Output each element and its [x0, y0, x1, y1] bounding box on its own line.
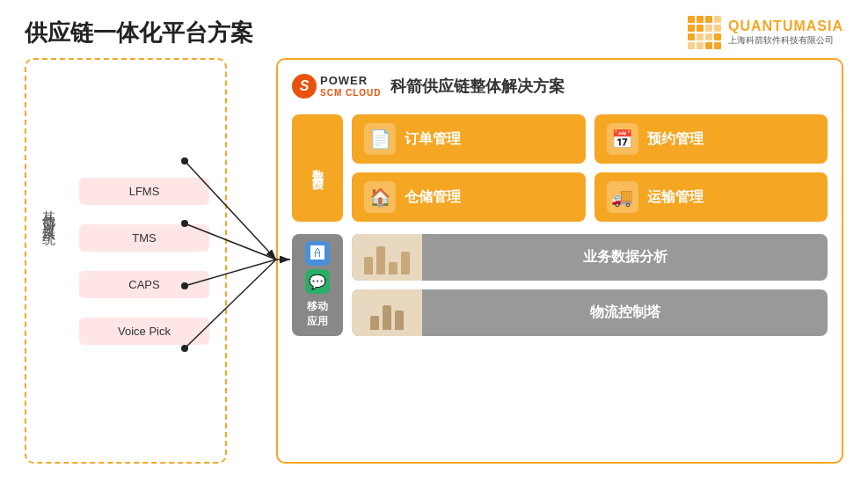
orange-cards-grid: 📄 订单管理 📅 预约管理 🏠 仓储管理 🚚 运输管理: [352, 114, 828, 222]
card-warehouse-management: 🏠 仓储管理: [352, 172, 586, 222]
reservation-icon: 📅: [607, 123, 638, 155]
page-title: 供应链一体化平台方案: [25, 18, 253, 48]
data-interface-label: 数据接口: [292, 114, 343, 222]
card-logistics-tower: 物流控制塔: [352, 289, 828, 336]
card-transport-management: 🚚 运输管理: [594, 172, 828, 222]
left-item-voicepick: Voice Pick: [79, 318, 209, 345]
logo-grid-icon: [688, 16, 721, 49]
mobile-icons: 🅰 💬: [305, 241, 330, 294]
left-label: 其他需对接系统: [40, 200, 57, 323]
bar-chart-preview: [364, 239, 410, 274]
right-solution-box: S POWER SCM CLOUD 科箭供应链整体解决方案 数据接口 📄 订单管…: [276, 58, 843, 464]
transport-label: 运输管理: [647, 188, 704, 207]
left-item-caps: CAPS: [79, 271, 209, 298]
logo-area: QUANTUMASIA 上海科箭软件科技有限公司: [688, 16, 843, 49]
gray-section: 🅰 💬 移动应用 业务数据分析: [292, 234, 828, 336]
card-business-analytics: 业务数据分析: [352, 234, 828, 281]
app-store-icon: 🅰: [305, 241, 330, 266]
reservation-label: 预约管理: [647, 130, 704, 149]
right-title: 科箭供应链整体解决方案: [390, 76, 565, 97]
card-reservation-management: 📅 预约管理: [594, 114, 828, 164]
orange-section: 数据接口 📄 订单管理 📅 预约管理 🏠 仓储管理 🚚 运输管理: [292, 114, 828, 222]
analytics-label: 业务数据分析: [422, 248, 828, 267]
logistics-label: 物流控制塔: [422, 304, 828, 322]
wechat-icon: 💬: [305, 269, 330, 294]
card-order-management: 📄 订单管理: [352, 114, 586, 164]
logo-text: QUANTUMASIA 上海科箭软件科技有限公司: [728, 18, 843, 47]
right-header: S POWER SCM CLOUD 科箭供应链整体解决方案: [292, 74, 828, 99]
order-icon: 📄: [364, 123, 396, 155]
left-systems-box: 其他需对接系统 LFMS TMS CAPS Voice Pick: [25, 58, 227, 464]
order-label: 订单管理: [405, 130, 461, 149]
mobile-app-box: 🅰 💬 移动应用: [292, 234, 343, 336]
gray-cards-grid: 业务数据分析 物流控制塔: [352, 234, 828, 336]
mobile-label: 移动应用: [307, 299, 328, 329]
power-s-icon: S: [292, 74, 317, 99]
warehouse-label: 仓储管理: [405, 188, 461, 207]
main-content: 其他需对接系统 LFMS TMS CAPS Voice Pick S POWER…: [0, 58, 868, 478]
transport-icon: 🚚: [607, 181, 638, 213]
left-item-lfms: LFMS: [79, 178, 209, 205]
bar-chart-preview2: [370, 295, 404, 330]
header: 供应链一体化平台方案 QUANTUMASIA 上海科箭软件科技有限公司: [0, 0, 868, 58]
warehouse-icon: 🏠: [364, 181, 396, 213]
left-item-tms: TMS: [79, 224, 209, 252]
logistics-preview: [352, 289, 422, 336]
analytics-preview: [352, 234, 422, 281]
power-logo: S POWER SCM CLOUD: [292, 74, 382, 99]
power-text: POWER SCM CLOUD: [320, 75, 382, 97]
